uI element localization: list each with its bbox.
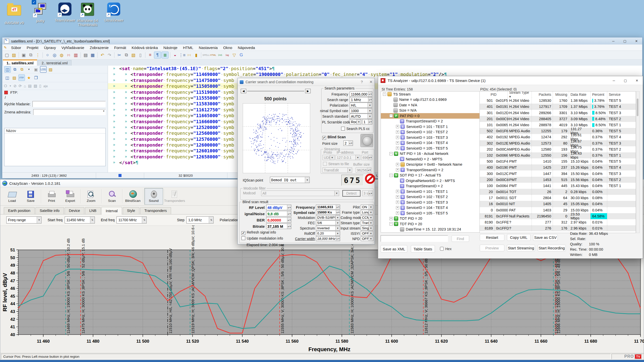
tree-item[interactable]: TTransportStreamID = 2 (381, 184, 479, 189)
paste-icon[interactable]: ▧ (130, 52, 137, 58)
expand-icon[interactable]: + (396, 195, 399, 199)
tree-item[interactable]: +SServiceID = 104 - TEST 4 (381, 205, 479, 211)
carrier-width-input[interactable]: 18,000 MHz▲▼ (316, 236, 340, 241)
table-row[interactable]: 3010x012DH.264 Video28926633013.10 Mbps8… (480, 110, 636, 116)
print-preview-icon[interactable]: ▤ (82, 52, 89, 58)
fishscan-button[interactable] (360, 134, 373, 147)
table-row[interactable]: 4010x0191H.264 Video12791717091.37 Mbps3… (480, 104, 636, 110)
expand-icon[interactable]: + (396, 147, 399, 150)
tab-windows-icon[interactable]: ❐ (33, 75, 39, 81)
menu-sbor[interactable]: Súbor (8, 46, 24, 50)
doc-tab[interactable]: 1.. satellites.xml (3, 60, 37, 66)
tree-item[interactable]: NOriginalNetworkID = 2 - MPTS (381, 178, 479, 184)
tree-item[interactable]: +SServiceID = 102 - TEST 2 (381, 129, 479, 135)
restart-button[interactable]: Restart (480, 234, 504, 241)
rolloff-input[interactable]: 0.20▼ (316, 231, 340, 236)
table-row[interactable]: 5010x01F5H.264 Video12853017601.38 Mbps3… (480, 98, 636, 104)
tab-project-icon[interactable]: ◫ (4, 75, 10, 81)
desktop-icon-putty[interactable]: ⌁✓↗putty (28, 2, 52, 23)
si-tree[interactable]: −TS StreamName = udp://127.0.0.1:6969Dat… (381, 91, 480, 233)
table-row[interactable]: 81890x1FFD?2761762.96 kbps0.01% (480, 225, 636, 231)
tab-ftp-icon[interactable]: FTP (18, 74, 25, 81)
copy-icon[interactable]: ⧉ (123, 52, 130, 58)
expand-icon[interactable]: + (396, 211, 399, 215)
tree-item[interactable]: −SSDT PID = 17 - Actual TS (381, 173, 479, 178)
npd-select[interactable]: OFF▼ (361, 236, 373, 241)
copy-window-icon[interactable]: ⧉ (12, 66, 18, 72)
expand-icon[interactable]: + (396, 136, 399, 139)
tree-item[interactable]: −PPAT PID = 0 (381, 113, 479, 119)
search-files-icon[interactable]: ◍ (58, 52, 65, 58)
minimize-icon[interactable]: ─ (608, 37, 619, 44)
print-icon[interactable]: ▦ (89, 52, 96, 58)
collapse-icon[interactable]: − (389, 222, 393, 225)
html-tag-icon[interactable]: HTML (210, 52, 216, 58)
folder-pin-icon[interactable]: ▤ (28, 84, 32, 88)
desktop-icon-dvbsam[interactable]: dTdvbSAM v9 (2, 2, 26, 25)
expand-icon[interactable]: + (389, 217, 393, 220)
search-replace-icon[interactable]: ◎ (51, 52, 58, 58)
tree-item[interactable]: +TTOT PID = 20 (381, 216, 479, 221)
expand-icon[interactable]: + (396, 141, 399, 145)
menu-zobrazenie[interactable]: Zobrazenie (87, 46, 111, 50)
start-streaming-button[interactable]: Start Streaming (507, 245, 535, 251)
tree-item[interactable]: +SServiceID = 105 - TEST 5 (381, 146, 479, 151)
stream-type-select[interactable]: Transport▼ (361, 220, 373, 225)
column-header[interactable]: Service (607, 92, 629, 98)
table-row[interactable]: 3020x012EMPEG Audio1257380134.67 kbps0.3… (480, 140, 636, 146)
table-row[interactable]: 1010x0065H.264 Video28897840193.10 Mbps8… (480, 122, 636, 128)
expand-icon[interactable]: + (396, 201, 399, 204)
bookmarks-icon[interactable]: ▥ (72, 52, 79, 58)
tree-item[interactable]: +SServiceID = 103 - TEST 3 (381, 200, 479, 205)
minimize-icon[interactable]: ─ (608, 76, 620, 85)
sound-button[interactable]: Sound (144, 188, 163, 205)
new-file-icon[interactable]: ▢ (4, 52, 10, 58)
tree-item[interactable]: +SServiceID = 101 - TEST 1 (381, 189, 479, 194)
expand-icon[interactable]: + (396, 190, 399, 193)
frame-type-select[interactable]: Long▼ (361, 210, 373, 215)
open-copy-icon[interactable]: ⧉ (19, 66, 25, 72)
collapse-icon[interactable]: − (389, 152, 393, 155)
frequency-input[interactable]: 11665,933▲▼ (316, 205, 340, 209)
refresh-signal-info-checkbox[interactable]: ✔Refresh signal info (242, 230, 276, 235)
save-all-icon[interactable]: ⧉ (27, 52, 34, 58)
close-icon[interactable]: ✕ (631, 76, 643, 85)
expand-icon[interactable]: + (396, 130, 399, 134)
connect-icon[interactable]: ⚇ (4, 84, 7, 88)
tab-favorites-icon[interactable]: ★ (26, 75, 32, 81)
table-row[interactable]: 200x0014TOT2620.28 kbps0.00% (480, 189, 636, 195)
tab-lnb[interactable]: LNB (85, 207, 101, 214)
frequency-input[interactable]: 11666,000 MH▲▼ (350, 92, 372, 97)
fec-input[interactable]: 5/6▼ (316, 220, 340, 225)
menu-nastavenia[interactable]: Nastavenia (196, 46, 220, 50)
save-as-csv-button[interactable]: Save as CSV (533, 234, 558, 241)
table-row[interactable]: 2010x00C9H.264 Video28840537273.09 Mbps8… (480, 116, 636, 122)
point-size-input[interactable]: 2▲▼ (343, 141, 353, 146)
iqscan-select[interactable]: Demod IQ out▼ (270, 177, 310, 183)
line-numbers-icon[interactable]: ⋮≡ (179, 52, 185, 58)
scan-button[interactable]: Scan (103, 188, 121, 205)
sort-lines-icon[interactable]: ≡ (147, 52, 153, 58)
column-header[interactable]: PID (480, 92, 507, 98)
folder-gear-icon[interactable]: ▨ (48, 66, 54, 72)
project-tree-icon[interactable]: ⋮ (34, 52, 41, 58)
save-as-xml-button[interactable]: Save as XML (381, 245, 407, 253)
menu-okno[interactable]: Okno (220, 46, 235, 50)
menu-pravy[interactable]: Úpravy (41, 46, 59, 50)
save-file-icon[interactable]: ▣ (20, 52, 27, 58)
scroll-left-button[interactable]: ◄ (241, 89, 246, 93)
close-icon[interactable]: ✕ (631, 37, 642, 44)
scroll-right-button[interactable]: ► (305, 89, 311, 93)
find-input[interactable] (381, 235, 448, 242)
spell-icon[interactable]: SPELL (203, 52, 209, 58)
update-modulation-info-checkbox[interactable]: Update modulation info (242, 236, 283, 240)
preview-button[interactable]: Preview (480, 245, 504, 251)
open-file-icon[interactable]: ▨ (11, 52, 17, 58)
pid-table-scrollbar[interactable] (636, 91, 640, 233)
tree-item[interactable]: +SServiceID = 104 - TEST 4 (381, 140, 479, 146)
menu-vyhadvanie[interactable]: Vyhľadávanie (59, 46, 87, 50)
hex-checkbox[interactable]: Hex (440, 247, 452, 251)
column-header[interactable]: Percent (590, 92, 607, 98)
zoom-button[interactable]: Zoom (82, 188, 100, 205)
close-icon[interactable]: ✕ (369, 80, 373, 84)
